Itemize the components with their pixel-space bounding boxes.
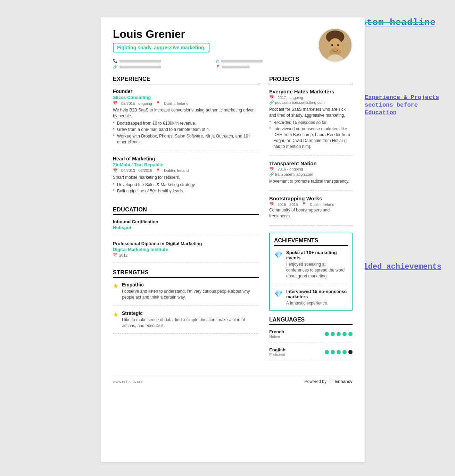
- website-contact: 🔗: [113, 65, 208, 69]
- exp-item-founder: Founder Slices Consulting 📅 03/2015 - on…: [113, 89, 259, 151]
- dot-dark: [348, 350, 353, 354]
- cal-icon2: 📅: [113, 168, 118, 173]
- strength-strategic-title: Strategic: [122, 310, 259, 316]
- resume-footer: www.enhancv.com Powered by ♡ Enhancv: [113, 375, 353, 384]
- exp-role-founder: Founder: [113, 89, 259, 94]
- email-icon: @: [215, 59, 219, 63]
- lang-english-dots: [325, 350, 353, 354]
- bullet-item: Recorded 15 episodes so far.: [269, 120, 353, 126]
- bw-location: Dublin, Ireland: [310, 202, 334, 207]
- education-section: EDUCATION Inbound Certification Hubspot …: [113, 207, 259, 262]
- cal-icon6: 📅: [269, 202, 274, 207]
- project-desc-tn: Movement to promote radical transparency…: [269, 178, 353, 184]
- dot: [337, 332, 341, 336]
- header-left: Louis Grenier Fighting shady, aggressive…: [113, 28, 311, 69]
- loc-icon2: 📍: [156, 168, 160, 173]
- ehm-bullets: Recorded 15 episodes so far. Interviewed…: [269, 120, 353, 150]
- cal-icon5: 📅: [269, 167, 274, 172]
- achievement-speaking-content: Spoke at 10+ marketing events I enjoyed …: [286, 250, 348, 279]
- bullet-item: Interviewed no-nonsense marketers like D…: [269, 126, 353, 149]
- strength-empathic-content: Empathic I observe and listen to underst…: [122, 282, 259, 300]
- lang-french-left: French Native: [269, 329, 325, 339]
- achievement-speaking-title: Spoke at 10+ marketing events: [286, 250, 348, 260]
- edu-school-dmi: Digital Marketing Institute: [113, 247, 259, 252]
- achievement-interviews-title: Interviewed 15 no-nonsense marketers: [286, 289, 348, 299]
- achievement-interviews-desc: A fantastic experience.: [286, 300, 348, 306]
- dot: [342, 350, 347, 354]
- email-blur: [221, 60, 263, 62]
- ehm-dates: 2017 - ongoing: [278, 95, 303, 100]
- strength-empathic: ★ Empathic I observe and listen to under…: [113, 282, 259, 306]
- cal-icon3: 📅: [113, 253, 118, 257]
- dot: [331, 350, 335, 354]
- bullet-item: Worked with Dropbox, Phorest Salon Softw…: [113, 133, 259, 145]
- location-icon: 📍: [215, 65, 220, 69]
- bullet-item: Built a pipeline of 50+ healthy leads.: [113, 188, 259, 194]
- dot: [342, 332, 347, 336]
- language-english: English Proficient: [269, 347, 353, 361]
- dot: [325, 350, 329, 354]
- project-tn: Transparent Nation 📅 2016 - ongoing 🔗 tr…: [269, 160, 353, 191]
- achievement-speaking-desc: I enjoyed speaking at conferences to spr…: [286, 261, 348, 279]
- achievement-interviews-content: Interviewed 15 no-nonsense marketers A f…: [286, 289, 348, 306]
- enhancv-heart-icon: ♡: [329, 379, 333, 384]
- enhancv-brand: Enhancv: [335, 379, 353, 384]
- experience-section: EXPERIENCE Founder Slices Consulting 📅 0…: [113, 76, 259, 200]
- cal-icon4: 📅: [269, 95, 274, 100]
- exp-meta-marketing: 📅 04/2013 - 02/2015 📍 Dublin, Ireland: [113, 168, 259, 173]
- projects-section: PROJECTS Everyone Hates Marketers 📅 2017…: [269, 76, 353, 226]
- project-desc-bw: Community of bootstrappers and freelance…: [269, 207, 353, 219]
- page-wrapper: custom headline Experience & Projectssec…: [0, 0, 455, 476]
- strengths-title: STRENGTHS: [113, 269, 259, 278]
- achievement-speaking: 💎 Spoke at 10+ marketing events I enjoye…: [274, 250, 348, 284]
- loc-icon: 📍: [156, 101, 160, 106]
- star-icon-empathic: ★: [113, 282, 118, 290]
- edu-year-diploma: 📅 2012: [113, 253, 259, 257]
- headline-badge: Fighting shady, aggressive marketing.: [113, 43, 209, 52]
- website-blur: [119, 66, 161, 68]
- col-left: EXPERIENCE Founder Slices Consulting 📅 0…: [113, 76, 259, 368]
- powered-by-text: Powered by: [305, 379, 326, 384]
- achievements-box: ACHIEVEMENTS 💎 Spoke at 10+ marketing ev…: [269, 233, 353, 311]
- project-url-ehm: 🔗 podcast.slicesconsulting.com: [269, 100, 353, 105]
- resume-card: Louis Grenier Fighting shady, aggressive…: [101, 17, 365, 462]
- project-bw: Bootstrapping Works 📅 2015 - 2016 📍 Dubl…: [269, 195, 353, 226]
- bw-dates: 2015 - 2016: [278, 202, 298, 207]
- strength-empathic-title: Empathic: [122, 282, 259, 287]
- education-title: EDUCATION: [113, 207, 259, 215]
- svg-point-7: [331, 44, 333, 46]
- avatar: [318, 28, 353, 62]
- svg-point-9: [329, 48, 341, 55]
- bullet-item: Bootstrapped from €0 to €180k in revenue…: [113, 120, 259, 126]
- bullet-item: Grew from a one-man band to a remote tea…: [113, 127, 259, 133]
- languages-title: LANGUAGES: [269, 317, 353, 325]
- languages-section: LANGUAGES French Native: [269, 317, 353, 361]
- lang-french-level: Native: [269, 334, 325, 339]
- founder-location: Dublin, Ireland: [164, 101, 189, 106]
- exp-meta-founder: 📅 03/2015 - ongoing 📍 Dublin, Ireland: [113, 101, 259, 106]
- founder-desc: We help B2B SaaS to increase conversions…: [113, 107, 259, 119]
- cal-icon: 📅: [113, 101, 118, 106]
- strength-empathic-desc: I observe and listen to understand. I'm …: [122, 289, 259, 300]
- projects-title: PROJECTS: [269, 76, 353, 84]
- lang-french-dots: [325, 332, 353, 336]
- founder-dates: 03/2015 - ongoing: [121, 101, 152, 106]
- contact-grid: 📞 @ 🔗 📍: [113, 59, 311, 69]
- location-blur: [222, 66, 250, 68]
- phone-blur: [119, 60, 161, 62]
- diamond-icon-speaking: 💎: [274, 251, 283, 259]
- candidate-name: Louis Grenier: [113, 28, 311, 41]
- strength-strategic-desc: I like to make sense of data, find a sim…: [122, 317, 259, 329]
- marketing-bullets: Developed the Sales & Marketing strategy…: [113, 182, 259, 194]
- phone-contact: 📞: [113, 59, 208, 63]
- dot: [331, 332, 335, 336]
- project-name-bw: Bootstrapping Works: [269, 195, 353, 201]
- edu-item-inbound: Inbound Certification Hubspot: [113, 219, 259, 236]
- project-name-tn: Transparent Nation: [269, 160, 353, 166]
- dot: [348, 332, 353, 336]
- edu-degree-diploma: Professional Diploma in Digital Marketin…: [113, 241, 259, 246]
- diploma-year: 2012: [119, 253, 127, 257]
- experience-title: EXPERIENCE: [113, 76, 259, 84]
- strength-strategic: ★ Strategic I like to make sense of data…: [113, 310, 259, 334]
- star-icon-strategic: ★: [113, 311, 118, 318]
